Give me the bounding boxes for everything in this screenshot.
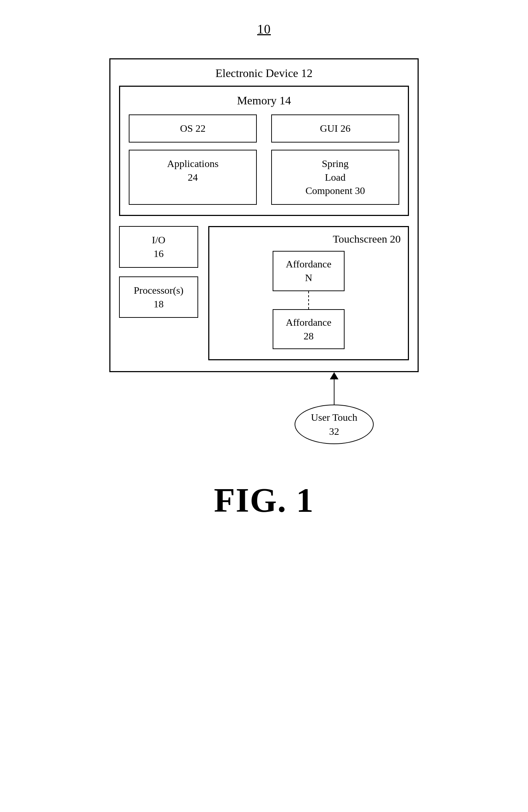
electronic-device-label: Electronic Device 12 xyxy=(119,67,409,80)
touchscreen-label: Touchscreen 20 xyxy=(217,233,401,245)
lower-section: I/O16 Processor(s)18 Touchscreen 20 Affo… xyxy=(119,226,409,360)
arrow-connector xyxy=(330,372,338,405)
electronic-device-box: Electronic Device 12 Memory 14 OS 22 GUI… xyxy=(109,58,419,372)
applications-box: Applications24 xyxy=(129,150,257,205)
affordance-n-box: AffordanceN xyxy=(273,251,345,291)
os-box: OS 22 xyxy=(129,114,257,143)
fig-label: FIG. 1 xyxy=(214,480,314,520)
arrow-line xyxy=(334,379,334,405)
left-column: I/O16 Processor(s)18 xyxy=(119,226,198,318)
affordances-wrapper: AffordanceN Affordance28 xyxy=(217,251,401,349)
diagram-container: Electronic Device 12 Memory 14 OS 22 GUI… xyxy=(102,58,426,444)
io-box: I/O16 xyxy=(119,226,198,268)
page-number: 10 xyxy=(257,22,271,37)
user-touch-ellipse: User Touch32 xyxy=(295,405,374,444)
touchscreen-box: Touchscreen 20 AffordanceN Affordance28 xyxy=(208,226,409,360)
memory-label: Memory 14 xyxy=(129,94,399,107)
arrow-tip xyxy=(330,372,338,379)
dotted-connector xyxy=(308,291,309,309)
user-touch-label: User Touch32 xyxy=(311,410,358,438)
user-touch-area: User Touch32 xyxy=(295,405,374,444)
memory-grid: OS 22 GUI 26 Applications24 SpringLoadCo… xyxy=(129,114,399,205)
affordance-28-box: Affordance28 xyxy=(273,309,345,349)
gui-box: GUI 26 xyxy=(271,114,399,143)
memory-box: Memory 14 OS 22 GUI 26 Applications24 Sp… xyxy=(119,86,409,216)
processor-box: Processor(s)18 xyxy=(119,276,198,318)
spring-load-box: SpringLoadComponent 30 xyxy=(271,150,399,205)
